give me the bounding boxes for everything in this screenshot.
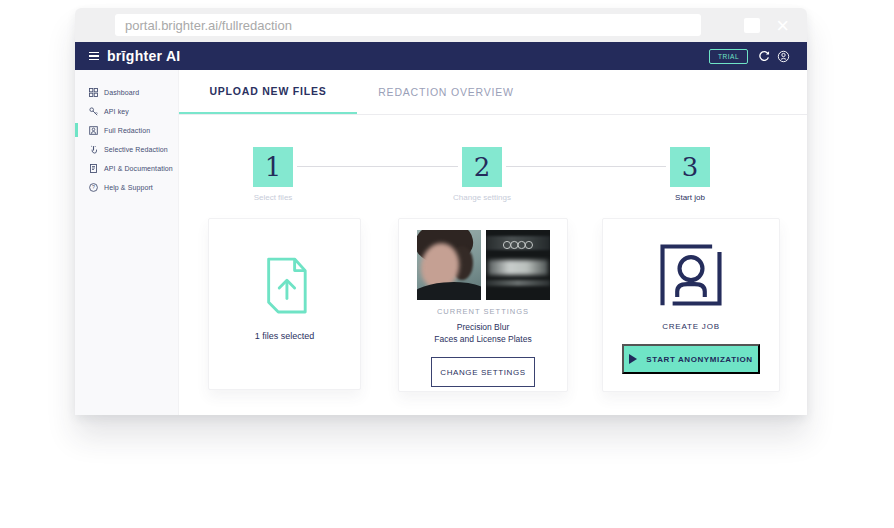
sidebar-item-help-support[interactable]: ? Help & Support (75, 178, 178, 197)
sidebar-item-label: API & Documentation (104, 165, 173, 172)
sidebar-item-label: Dashboard (104, 89, 139, 96)
app-body: Dashboard API key (75, 70, 807, 415)
step-1-label: Select files (233, 193, 313, 203)
current-settings-card: CURRENT SETTINGS Precision Blur Faces an… (398, 218, 568, 392)
change-settings-button[interactable]: CHANGE SETTINGS (431, 357, 535, 387)
create-job-heading: CREATE JOB (662, 322, 720, 331)
settings-previews (417, 230, 550, 300)
tap-icon (89, 145, 98, 154)
create-job-card: CREATE JOB START ANONYMIZATION (602, 218, 780, 392)
step-2-label: Change settings (452, 193, 512, 203)
files-selected-status: 1 files selected (255, 331, 315, 341)
step-3-box: 3 (670, 147, 710, 187)
brand-logo: brīghter AI (107, 48, 181, 64)
question-icon: ? (89, 183, 98, 192)
start-anonymization-button[interactable]: START ANONYMIZATION (622, 344, 760, 374)
settings-targets: Faces and License Plates (434, 334, 531, 344)
blurred-license-plate-photo (486, 230, 550, 300)
dashboard-icon (89, 88, 98, 97)
account-icon[interactable] (777, 50, 790, 63)
page-background: × brīghter AI TRIAL (0, 0, 894, 528)
url-input[interactable] (115, 14, 701, 36)
audi-rings-icon (502, 239, 534, 251)
sidebar-item-label: Help & Support (104, 184, 153, 191)
step-connector (297, 166, 458, 167)
close-icon[interactable]: × (776, 18, 789, 33)
step-connector (506, 166, 666, 167)
browser-window: × brīghter AI TRIAL (75, 8, 807, 415)
person-card-icon (89, 126, 98, 135)
start-anonymization-label: START ANONYMIZATION (646, 355, 752, 364)
menu-icon[interactable] (89, 52, 99, 60)
sidebar-item-dashboard[interactable]: Dashboard (75, 83, 178, 102)
sidebar-item-full-redaction[interactable]: Full Redaction (75, 121, 178, 140)
blurred-face-photo (417, 230, 481, 300)
refresh-icon[interactable] (758, 50, 770, 62)
tab-bar: UPLOAD NEW FILES REDACTION OVERVIEW (179, 70, 807, 115)
upload-files-card[interactable]: 1 files selected (208, 218, 361, 390)
maximize-icon[interactable] (744, 18, 760, 33)
trial-badge: TRIAL (709, 49, 748, 64)
step-1-box: 1 (253, 147, 293, 187)
window-controls: × (744, 18, 793, 33)
tab-redaction-overview[interactable]: REDACTION OVERVIEW (357, 70, 535, 114)
sidebar-item-api-key[interactable]: API key (75, 102, 178, 121)
sidebar-item-api-documentation[interactable]: API & Documentation (75, 159, 178, 178)
browser-titlebar: × (75, 8, 807, 42)
settings-mode: Precision Blur (457, 322, 509, 332)
sidebar-item-label: Full Redaction (104, 127, 150, 134)
sidebar: Dashboard API key (75, 70, 179, 415)
active-indicator (75, 123, 78, 137)
step-2-box: 2 (462, 147, 502, 187)
svg-text:?: ? (92, 184, 95, 190)
person-frame-icon (657, 241, 725, 309)
step-3-label: Start job (650, 193, 730, 203)
document-icon (89, 164, 98, 173)
sidebar-item-label: Selective Redaction (104, 146, 168, 153)
app-header: brīghter AI TRIAL (75, 42, 807, 70)
tab-upload-new-files[interactable]: UPLOAD NEW FILES (179, 70, 357, 114)
sidebar-item-selective-redaction[interactable]: Selective Redaction (75, 140, 178, 159)
file-upload-icon (260, 255, 310, 317)
key-icon (89, 107, 98, 116)
main-content: UPLOAD NEW FILES REDACTION OVERVIEW 1 2 … (179, 70, 807, 415)
settings-heading: CURRENT SETTINGS (437, 307, 529, 316)
play-icon (629, 354, 637, 364)
sidebar-item-label: API key (104, 108, 129, 115)
